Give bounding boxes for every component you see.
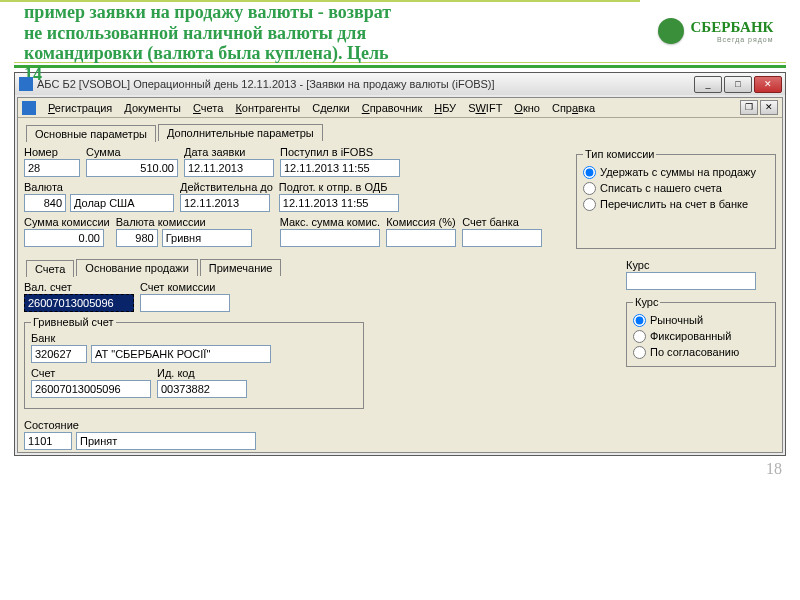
received-input[interactable] xyxy=(280,159,400,177)
rate-opt-fixed-label: Фиксированный xyxy=(650,330,731,342)
comm-curr-code-input[interactable] xyxy=(116,229,158,247)
app-icon xyxy=(19,77,33,91)
menu-registration[interactable]: Регистрация xyxy=(42,100,118,116)
uah-account-legend: Гривневый счет xyxy=(31,316,116,328)
bank-code-input[interactable] xyxy=(31,345,87,363)
currency-name-input[interactable] xyxy=(70,194,174,212)
currency-label: Валюта xyxy=(24,181,174,193)
menu-documents[interactable]: Документы xyxy=(118,100,187,116)
maximize-button[interactable]: □ xyxy=(724,76,752,93)
rate-opt-market-label: Рыночный xyxy=(650,314,703,326)
mdi-child-window: Регистрация Документы Счета Контрагенты … xyxy=(17,97,783,453)
comm-curr-label: Валюта комиссии xyxy=(116,216,252,228)
commission-type-group: Тип комиссии Удержать с суммы на продажу… xyxy=(576,148,776,249)
date-label: Дата заявки xyxy=(184,146,274,158)
prepared-input[interactable] xyxy=(279,194,399,212)
menu-swift[interactable]: SWIFT xyxy=(462,100,508,116)
comm-acct-label: Счет комиссии xyxy=(140,281,230,293)
rate-type-group: Курс Рыночный Фиксированный По согласова… xyxy=(626,296,776,367)
state-code-input[interactable] xyxy=(24,432,72,450)
number-input[interactable] xyxy=(24,159,80,177)
app-window: АБС Б2 [VSOBOL] Операционный день 12.11.… xyxy=(14,72,786,456)
max-comm-input[interactable] xyxy=(280,229,380,247)
state-text-input[interactable] xyxy=(76,432,256,450)
comm-opt-writeoff[interactable] xyxy=(583,182,596,195)
tab-accounts[interactable]: Счета xyxy=(26,260,74,277)
menubar: Регистрация Документы Счета Контрагенты … xyxy=(18,98,782,118)
id-input[interactable] xyxy=(157,380,247,398)
bank-acct-input[interactable] xyxy=(462,229,542,247)
menu-accounts[interactable]: Счета xyxy=(187,100,229,116)
rate-label: Курс xyxy=(626,259,776,271)
comm-pct-input[interactable] xyxy=(386,229,456,247)
slide-number: 18 xyxy=(0,456,800,480)
number-label: Номер xyxy=(24,146,80,158)
mdi-close-button[interactable]: ✕ xyxy=(760,100,778,115)
rate-opt-market[interactable] xyxy=(633,314,646,327)
sum-input[interactable] xyxy=(86,159,178,177)
bottom-tabs: Счета Основание продажи Примечание xyxy=(26,259,618,276)
rate-opt-agree-label: По согласованию xyxy=(650,346,739,358)
rate-input[interactable] xyxy=(626,272,756,290)
menu-contragents[interactable]: Контрагенты xyxy=(229,100,306,116)
tab-main-params[interactable]: Основные параметры xyxy=(26,125,156,142)
comm-acct-input[interactable] xyxy=(140,294,230,312)
tab-basis[interactable]: Основание продажи xyxy=(76,259,197,276)
rate-opt-agree[interactable] xyxy=(633,346,646,359)
acct-input[interactable] xyxy=(31,380,151,398)
comm-sum-label: Сумма комиссии xyxy=(24,216,110,228)
comm-opt-hold[interactable] xyxy=(583,166,596,179)
prepared-label: Подгот. к отпр. в ОДБ xyxy=(279,181,399,193)
menu-window[interactable]: Окно xyxy=(508,100,546,116)
tab-extra-params[interactable]: Дополнительные параметры xyxy=(158,124,323,141)
brand-logo: СБЕРБАНК Всегда рядом xyxy=(640,0,800,62)
state-label: Состояние xyxy=(24,419,256,431)
val-acct-label: Вал. счет xyxy=(24,281,134,293)
menu-help[interactable]: Справка xyxy=(546,100,601,116)
comm-opt-transfer-label: Перечислить на счет в банке xyxy=(600,198,748,210)
menu-nbu[interactable]: НБУ xyxy=(428,100,462,116)
comm-opt-writeoff-label: Списать с нашего счета xyxy=(600,182,722,194)
window-title: АБС Б2 [VSOBOL] Операционный день 12.11.… xyxy=(37,78,691,90)
comm-pct-label: Комиссия (%) xyxy=(386,216,456,228)
comm-opt-transfer[interactable] xyxy=(583,198,596,211)
comm-curr-name-input[interactable] xyxy=(162,229,252,247)
close-button[interactable]: ✕ xyxy=(754,76,782,93)
valid-until-input[interactable] xyxy=(180,194,270,212)
currency-code-input[interactable] xyxy=(24,194,66,212)
comm-opt-hold-label: Удержать с суммы на продажу xyxy=(600,166,756,178)
uah-account-group: Гривневый счет Банк xyxy=(24,316,364,409)
window-titlebar: АБС Б2 [VSOBOL] Операционный день 12.11.… xyxy=(15,73,785,95)
commission-type-legend: Тип комиссии xyxy=(583,148,656,160)
rate-type-legend: Курс xyxy=(633,296,660,308)
valid-until-label: Действительна до xyxy=(180,181,273,193)
rate-opt-fixed[interactable] xyxy=(633,330,646,343)
top-tabs: Основные параметры Дополнительные параме… xyxy=(26,124,776,141)
slide-title: пример заявки на продажу валюты - возвра… xyxy=(0,0,640,62)
mdi-app-icon xyxy=(22,101,36,115)
id-label: Ид. код xyxy=(157,367,247,379)
minimize-button[interactable]: _ xyxy=(694,76,722,93)
divider xyxy=(14,65,786,68)
comm-sum-input[interactable] xyxy=(24,229,104,247)
bank-name-input[interactable] xyxy=(91,345,271,363)
tab-note[interactable]: Примечание xyxy=(200,259,282,276)
sum-label: Сумма xyxy=(86,146,178,158)
received-label: Поступил в iFOBS xyxy=(280,146,400,158)
menu-deals[interactable]: Сделки xyxy=(306,100,356,116)
val-acct-input[interactable] xyxy=(24,294,134,312)
acct-label: Счет xyxy=(31,367,151,379)
menu-reference[interactable]: Справочник xyxy=(356,100,429,116)
mdi-restore-button[interactable]: ❐ xyxy=(740,100,758,115)
date-input[interactable] xyxy=(184,159,274,177)
bank-label: Банк xyxy=(31,332,271,344)
max-comm-label: Макс. сумма комис. xyxy=(280,216,380,228)
brand-tagline: Всегда рядом xyxy=(690,36,773,43)
sberbank-logo-icon xyxy=(658,18,684,44)
brand-name: СБЕРБАНК xyxy=(690,19,773,36)
bank-acct-label: Счет банка xyxy=(462,216,542,228)
